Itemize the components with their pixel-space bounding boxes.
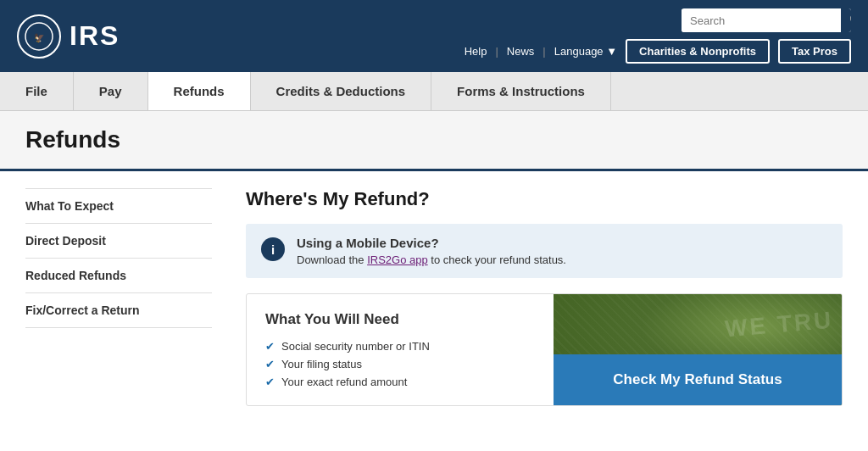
- charities-button[interactable]: Charities & Nonprofits: [626, 39, 770, 64]
- info-box-content: Using a Mobile Device? Download the IRS2…: [297, 236, 566, 266]
- help-link[interactable]: Help: [465, 45, 487, 58]
- language-link[interactable]: Language ▼: [554, 45, 617, 58]
- info-box-desc: Download the IRS2Go app to check your re…: [297, 253, 566, 266]
- nav-item-credits[interactable]: Credits & Deductions: [251, 72, 432, 110]
- sidebar-item-fix-correct[interactable]: Fix/Correct a Return: [25, 293, 212, 328]
- content-area: What To Expect Direct Deposit Reduced Re…: [0, 171, 868, 423]
- irs2go-link[interactable]: IRS2Go app: [367, 253, 428, 266]
- card-left: What You Will Need Social security numbe…: [247, 294, 554, 405]
- list-item-refund-amount: Your exact refund amount: [265, 376, 535, 388]
- refund-card: What You Will Need Social security numbe…: [246, 293, 843, 406]
- card-title: What You Will Need: [265, 311, 535, 328]
- list-item-ssn: Social security number or ITIN: [265, 340, 535, 353]
- nav-item-pay[interactable]: Pay: [74, 72, 148, 110]
- irs-logo-icon: 🦅: [17, 14, 61, 58]
- sidebar-item-reduced-refunds[interactable]: Reduced Refunds: [25, 259, 212, 293]
- nav-item-refunds[interactable]: Refunds: [148, 72, 251, 110]
- list-item-filing-status: Your filing status: [265, 358, 535, 370]
- header-links: Help | News | Language ▼ Charities & Non…: [465, 39, 851, 64]
- search-button[interactable]: 🔍: [841, 8, 851, 32]
- info-box-title: Using a Mobile Device?: [297, 236, 566, 250]
- divider2: |: [542, 45, 545, 58]
- card-list: Social security number or ITIN Your fili…: [265, 340, 535, 388]
- svg-text:🦅: 🦅: [34, 32, 45, 43]
- tax-pros-button[interactable]: Tax Pros: [778, 39, 851, 64]
- info-desc-suffix: to check your refund status.: [428, 253, 566, 266]
- sidebar-item-direct-deposit[interactable]: Direct Deposit: [25, 224, 212, 259]
- info-icon: i: [261, 237, 285, 261]
- card-right: WE TRU Check My Refund Status: [554, 294, 842, 405]
- info-desc-prefix: Download the: [297, 253, 367, 266]
- news-link[interactable]: News: [507, 45, 535, 58]
- page-title-bar: Refunds: [0, 111, 868, 171]
- search-bar[interactable]: 🔍: [682, 8, 851, 32]
- check-refund-button[interactable]: Check My Refund Status: [554, 354, 842, 405]
- main-content: Where's My Refund? i Using a Mobile Devi…: [246, 188, 843, 406]
- info-box: i Using a Mobile Device? Download the IR…: [246, 224, 843, 278]
- sidebar-item-what-to-expect[interactable]: What To Expect: [25, 188, 212, 224]
- sidebar: What To Expect Direct Deposit Reduced Re…: [25, 188, 212, 406]
- main-heading: Where's My Refund?: [246, 188, 843, 210]
- nav-item-file[interactable]: File: [0, 72, 74, 110]
- divider1: |: [495, 45, 498, 58]
- search-input[interactable]: [682, 9, 841, 32]
- main-nav: File Pay Refunds Credits & Deductions Fo…: [0, 72, 868, 111]
- logo-area: 🦅 IRS: [17, 14, 120, 58]
- site-header: 🦅 IRS 🔍 Help | News | Language ▼ Chariti…: [0, 0, 868, 72]
- page-title: Refunds: [25, 126, 843, 153]
- nav-item-forms[interactable]: Forms & Instructions: [431, 72, 611, 110]
- header-right: 🔍 Help | News | Language ▼ Charities & N…: [465, 8, 851, 64]
- logo-text: IRS: [70, 20, 120, 52]
